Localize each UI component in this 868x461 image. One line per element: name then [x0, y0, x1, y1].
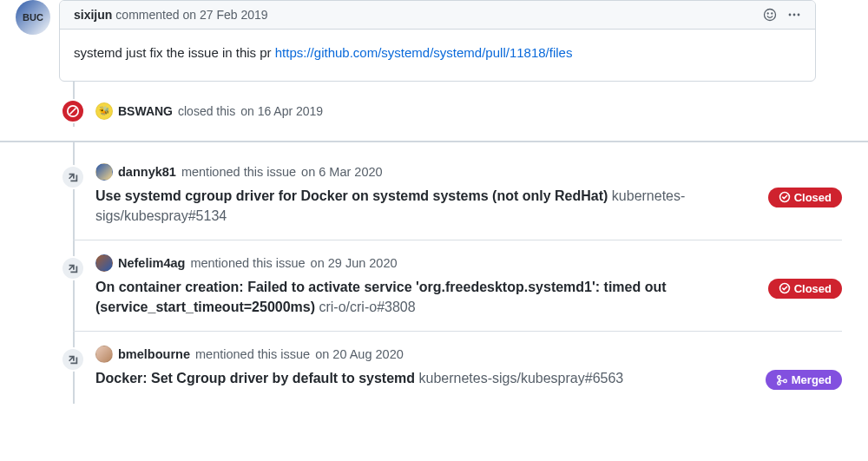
- status-badge: Merged: [766, 370, 842, 390]
- cross-reference-item: dannyk81 mentioned this issue on 6 Mar 2…: [73, 149, 842, 240]
- close-author-link[interactable]: BSWANG: [118, 104, 173, 118]
- svg-line-7: [70, 108, 76, 114]
- cross-reference-icon: [61, 347, 85, 372]
- comment-text: systemd just fix the issue in this pr: [74, 45, 275, 60]
- xref-action: mentioned this issue: [190, 256, 305, 270]
- issue-closed-icon: [779, 282, 791, 294]
- comment-body: systemd just fix the issue in this pr ht…: [60, 30, 815, 81]
- cross-reference-icon: [61, 165, 85, 189]
- cross-reference-icon: [61, 256, 85, 280]
- git-merge-icon: [776, 374, 788, 386]
- svg-point-11: [778, 382, 781, 385]
- close-action: closed this: [178, 104, 235, 118]
- svg-point-10: [778, 376, 781, 379]
- avatar[interactable]: 🐝: [95, 102, 113, 120]
- xref-title-link[interactable]: Use systemd cgroup driver for Docker on …: [95, 188, 685, 223]
- comment-timestamp-link[interactable]: on 27 Feb 2019: [183, 8, 268, 22]
- kebab-icon[interactable]: [787, 8, 801, 22]
- xref-action: mentioned this issue: [181, 165, 296, 179]
- smiley-icon[interactable]: [763, 8, 777, 22]
- xref-timestamp-link[interactable]: on 6 Mar 2020: [301, 165, 383, 179]
- status-badge: Closed: [768, 279, 842, 299]
- issue-closed-icon: [779, 191, 791, 203]
- svg-point-4: [793, 14, 796, 16]
- closed-icon: [61, 99, 85, 123]
- comment-link[interactable]: https://github.com/systemd/systemd/pull/…: [275, 45, 573, 60]
- xref-timestamp-link[interactable]: on 20 Aug 2020: [315, 347, 404, 361]
- comment-author-link[interactable]: sixijun: [74, 8, 112, 22]
- avatar[interactable]: BUC: [16, 0, 50, 35]
- cross-reference-item: Nefelim4ag mentioned this issue on 29 Ju…: [73, 240, 842, 332]
- status-badge: Closed: [768, 188, 842, 207]
- closed-event: 🐝 BSWANG closed this on 16 Apr 2019: [73, 102, 842, 120]
- cross-reference-item: bmelbourne mentioned this issue on 20 Au…: [73, 332, 842, 404]
- avatar[interactable]: [95, 346, 113, 363]
- svg-point-3: [789, 14, 792, 16]
- svg-point-12: [784, 379, 787, 383]
- avatar[interactable]: [95, 163, 113, 181]
- xref-author-link[interactable]: bmelbourne: [118, 347, 190, 361]
- xref-title-link[interactable]: On container creation: Failed to activat…: [95, 280, 667, 314]
- xref-repo-ref: kubernetes-sigs/kubespray#6563: [419, 371, 624, 385]
- svg-point-5: [798, 14, 800, 16]
- comment-action: commented: [115, 8, 179, 22]
- comment-header: sixijun commented on 27 Feb 2019: [60, 1, 815, 30]
- avatar[interactable]: [95, 254, 113, 272]
- xref-action: mentioned this issue: [195, 347, 310, 361]
- svg-point-1: [767, 13, 768, 14]
- comment-box: sixijun commented on 27 Feb 2019: [59, 0, 816, 82]
- svg-point-2: [772, 13, 773, 14]
- close-timestamp-link[interactable]: on 16 Apr 2019: [240, 104, 323, 118]
- xref-author-link[interactable]: dannyk81: [118, 165, 176, 179]
- xref-author-link[interactable]: Nefelim4ag: [118, 256, 185, 270]
- svg-point-0: [765, 10, 776, 21]
- xref-repo-ref: cri-o/cri-o#3808: [319, 300, 415, 314]
- timeline-divider: [0, 141, 868, 142]
- xref-title-link[interactable]: Docker: Set Cgroup driver by default to …: [95, 371, 623, 385]
- xref-timestamp-link[interactable]: on 29 Jun 2020: [311, 256, 398, 270]
- comment-block: BUC sixijun commented on 27 Feb 2019: [0, 0, 842, 82]
